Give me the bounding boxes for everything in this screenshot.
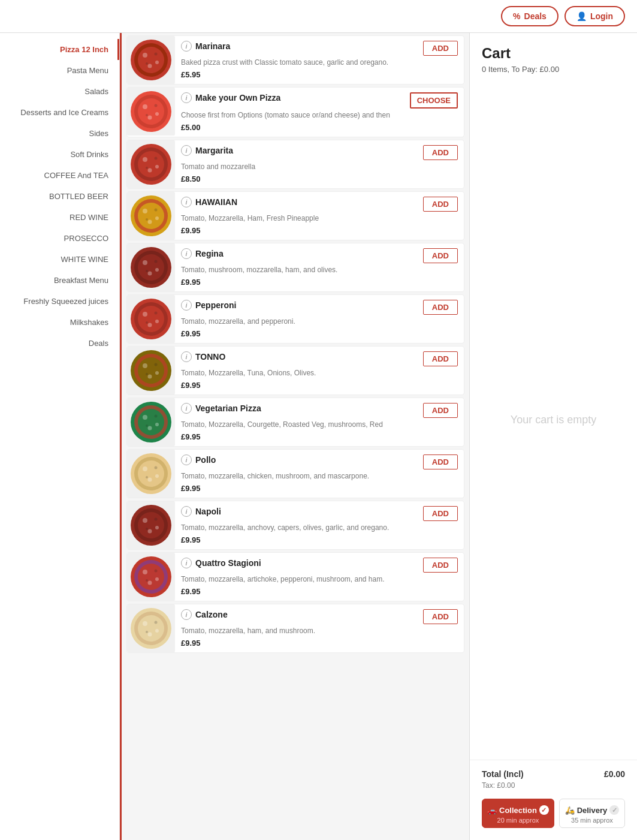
svg-point-21 — [138, 151, 164, 177]
sidebar-item-breakfast-menu[interactable]: Breakfast Menu — [0, 270, 119, 291]
sidebar-item-salads[interactable]: Salads — [0, 81, 119, 102]
collection-button[interactable]: 🚗 Collection ✓ 20 min approx — [482, 799, 554, 828]
sidebar-item-soft-drinks[interactable]: Soft Drinks — [0, 144, 119, 165]
delivery-check-icon: ✓ — [609, 805, 619, 815]
sidebar-item-white-wine[interactable]: WHITE WINE — [0, 249, 119, 270]
choose-button-make-your-own[interactable]: CHOOSE — [410, 92, 458, 109]
fulfillment-row: 🚗 Collection ✓ 20 min approx 🛵 Delivery … — [482, 799, 625, 828]
collection-check-icon: ✓ — [539, 805, 549, 815]
menu-item-header-make-your-own: i Make your Own Pizza CHOOSE — [181, 92, 458, 109]
menu-item-body-pepperoni: i Pepperoni ADD Tomato, mozzarella, and … — [175, 295, 464, 343]
info-icon-regina[interactable]: i — [181, 248, 192, 259]
sidebar-item-pizza-12-inch[interactable]: Pizza 12 Inch — [0, 39, 119, 60]
info-icon-quattro-stagioni[interactable]: i — [181, 558, 192, 568]
svg-point-98 — [146, 579, 148, 582]
pizza-image-regina — [127, 243, 175, 291]
header: % Deals 👤 Login — [0, 0, 637, 33]
deals-label: Deals — [524, 11, 547, 21]
menu-item-header-margarita: i Margarita ADD — [181, 145, 458, 160]
menu-item-name-tonno: TONNO — [195, 352, 225, 362]
svg-point-107 — [146, 631, 148, 633]
svg-point-84 — [138, 512, 164, 538]
info-icon-pollo[interactable]: i — [181, 454, 192, 465]
menu-item-price-pollo: £9.95 — [181, 484, 458, 493]
add-button-napoli[interactable]: ADD — [423, 506, 458, 521]
info-icon-marinara[interactable]: i — [181, 41, 192, 52]
menu-item-pollo: i Pollo ADD Tomato, mozzarella, chicken,… — [126, 449, 464, 498]
info-icon-vegetarian[interactable]: i — [181, 403, 192, 414]
menu-item-name-regina: Regina — [195, 249, 224, 258]
add-button-vegetarian[interactable]: ADD — [423, 403, 458, 418]
add-button-hawaiian[interactable]: ADD — [423, 197, 458, 212]
menu-item-name-row-tonno: i TONNO — [181, 351, 225, 362]
sidebar-item-milkshakes[interactable]: Milkshakes — [0, 312, 119, 333]
menu-item-name-row-make-your-own: i Make your Own Pizza — [181, 92, 280, 103]
add-button-quattro-stagioni[interactable]: ADD — [423, 558, 458, 573]
menu-item-desc-regina: Tomato, mushroom, mozzarella, ham, and o… — [181, 266, 458, 275]
info-icon-calzone[interactable]: i — [181, 609, 192, 620]
deals-button[interactable]: % Deals — [501, 6, 558, 26]
collection-label: Collection — [499, 806, 537, 815]
svg-point-49 — [143, 312, 147, 317]
menu-item-napoli: i Napoli ADD Tomato, mozzarella, anchovy… — [126, 501, 464, 550]
info-icon-pepperoni[interactable]: i — [181, 300, 192, 311]
sidebar-item-pasta-menu[interactable]: Pasta Menu — [0, 60, 119, 81]
sidebar-item-deals[interactable]: Deals — [0, 333, 119, 354]
menu-item-name-row-napoli: i Napoli — [181, 506, 221, 517]
svg-point-30 — [138, 203, 164, 229]
add-button-marinara[interactable]: ADD — [423, 41, 458, 56]
add-button-margarita[interactable]: ADD — [423, 145, 458, 160]
svg-point-106 — [155, 621, 158, 624]
sidebar-item-sides[interactable]: Sides — [0, 123, 119, 144]
svg-point-102 — [138, 615, 164, 642]
menu-item-desc-pollo: Tomato, mozzarella, chicken, mushroom, a… — [181, 472, 458, 481]
delivery-time: 35 min approx — [564, 817, 620, 824]
sidebar-item-bottled-beer[interactable]: BOTTLED BEER — [0, 186, 119, 207]
sidebar-item-desserts[interactable]: Desserts and Ice Creams — [0, 102, 119, 123]
sidebar-item-red-wine[interactable]: RED WINE — [0, 207, 119, 228]
add-button-pepperoni[interactable]: ADD — [423, 300, 458, 315]
svg-point-40 — [143, 260, 147, 265]
add-button-pollo[interactable]: ADD — [423, 454, 458, 469]
delivery-button[interactable]: 🛵 Delivery ✓ 35 min approx — [559, 799, 625, 828]
svg-point-3 — [138, 47, 164, 73]
menu-item-name-calzone: Calzone — [195, 610, 228, 619]
menu-item-marinara: i Marinara ADD Baked pizza crust with Cl… — [126, 35, 464, 85]
info-icon-hawaiian[interactable]: i — [181, 197, 192, 207]
sidebar-item-freshly-squeezed[interactable]: Freshly Squeezed juices — [0, 291, 119, 312]
svg-point-79 — [155, 466, 158, 469]
info-icon-tonno[interactable]: i — [181, 351, 192, 362]
add-button-tonno[interactable]: ADD — [423, 351, 458, 366]
menu-item-name-row-hawaiian: i HAWAIIAN — [181, 197, 237, 207]
svg-point-5 — [155, 61, 159, 64]
menu-item-name-marinara: Marinara — [195, 41, 230, 51]
svg-point-75 — [138, 460, 164, 487]
menu-item-price-vegetarian: £9.95 — [181, 432, 458, 441]
svg-point-32 — [155, 216, 159, 220]
menu-item-name-margarita: Margarita — [195, 146, 233, 155]
menu-item-name-row-pollo: i Pollo — [181, 454, 216, 465]
cart-footer: Total (Incl) £0.00 Tax: £0.00 🚗 Collecti… — [470, 760, 637, 840]
menu-item-price-pepperoni: £9.95 — [181, 329, 458, 338]
menu-item-name-quattro-stagioni: Quattro Stagioni — [195, 558, 261, 568]
svg-point-80 — [146, 476, 148, 478]
menu-item-body-tonno: i TONNO ADD Tomato, Mozzarella, Tuna, On… — [175, 347, 464, 395]
info-icon-make-your-own[interactable]: i — [181, 92, 192, 103]
cart-empty-message: Your cart is empty — [470, 80, 637, 760]
svg-point-4 — [143, 53, 147, 58]
svg-point-68 — [155, 423, 159, 426]
menu-item-regina: i Regina ADD Tomato, mushroom, mozzarell… — [126, 243, 464, 292]
sidebar-item-prosecco[interactable]: PROSECCO — [0, 228, 119, 249]
menu-item-body-napoli: i Napoli ADD Tomato, mozzarella, anchovy… — [175, 501, 464, 549]
add-button-regina[interactable]: ADD — [423, 248, 458, 263]
svg-point-103 — [143, 621, 147, 626]
svg-point-51 — [148, 323, 152, 327]
info-icon-margarita[interactable]: i — [181, 145, 192, 156]
svg-point-71 — [146, 424, 148, 427]
login-button[interactable]: 👤 Login — [564, 6, 625, 26]
svg-point-23 — [155, 165, 159, 168]
info-icon-napoli[interactable]: i — [181, 506, 192, 517]
svg-point-105 — [148, 632, 152, 636]
add-button-calzone[interactable]: ADD — [423, 609, 458, 624]
sidebar-item-coffee-tea[interactable]: COFFEE And TEA — [0, 165, 119, 186]
